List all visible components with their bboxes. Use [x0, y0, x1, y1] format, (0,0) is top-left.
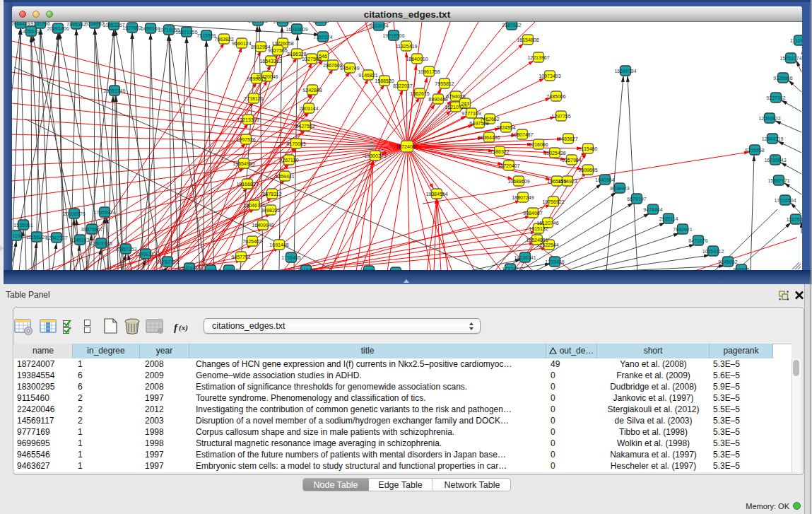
svg-text:16033809: 16033809: [286, 27, 307, 32]
svg-text:6216066: 6216066: [529, 142, 548, 147]
svg-text:2935114: 2935114: [659, 216, 678, 221]
svg-text:10958117: 10958117: [135, 252, 157, 257]
svg-text:16524861: 16524861: [526, 238, 548, 243]
svg-text:18640910: 18640910: [406, 57, 428, 62]
svg-text:9660124: 9660124: [232, 41, 251, 46]
svg-text:2522544: 2522544: [539, 243, 558, 247]
svg-text:1232345: 1232345: [219, 268, 238, 271]
svg-text:12213369: 12213369: [237, 117, 259, 122]
svg-text:16671355: 16671355: [175, 30, 197, 35]
svg-text:3498222: 3498222: [261, 208, 280, 213]
svg-text:16120746: 16120746: [536, 221, 558, 226]
svg-text:18724007: 18724007: [396, 144, 418, 149]
svg-text:16046736: 16046736: [243, 203, 265, 208]
svg-text:17359924: 17359924: [93, 210, 115, 215]
svg-text:10653267: 10653267: [102, 23, 124, 28]
svg-text:9463627: 9463627: [558, 136, 577, 141]
svg-text:4170063: 4170063: [286, 141, 305, 146]
svg-text:9267130: 9267130: [279, 158, 298, 163]
svg-text:9327505: 9327505: [268, 48, 287, 53]
svg-text:9474444: 9474444: [643, 207, 662, 212]
svg-text:19756922: 19756922: [542, 199, 564, 204]
svg-text:20364436: 20364436: [478, 135, 500, 140]
svg-text:3824554: 3824554: [496, 125, 515, 130]
svg-text:2053783: 2053783: [248, 22, 267, 23]
svg-text:2664439: 2664439: [12, 22, 30, 26]
svg-text:8878312: 8878312: [262, 192, 281, 197]
svg-text:8471676: 8471676: [688, 238, 707, 243]
svg-text:12323448: 12323448: [178, 266, 200, 271]
svg-text:173342: 173342: [502, 267, 518, 271]
svg-text:1640954: 1640954: [595, 177, 614, 182]
svg-text:10973493: 10973493: [539, 74, 560, 78]
svg-text:9777169: 9777169: [461, 111, 481, 116]
svg-text:2803144: 2803144: [299, 106, 318, 111]
svg-text:15692971: 15692971: [767, 178, 789, 183]
svg-text:1112434: 1112434: [790, 38, 802, 43]
svg-text:1232344: 1232344: [201, 268, 220, 271]
svg-text:95130: 95130: [362, 269, 376, 271]
svg-text:7357224: 7357224: [313, 35, 332, 40]
svg-text:20691406: 20691406: [47, 26, 69, 31]
svg-text:1535061: 1535061: [13, 223, 33, 228]
svg-text:19384554: 19384554: [425, 192, 447, 197]
svg-text:12213967: 12213967: [527, 55, 549, 60]
svg-text:1167535: 1167535: [787, 217, 802, 222]
svg-text:8990448: 8990448: [428, 97, 447, 102]
svg-text:12444119: 12444119: [762, 136, 784, 141]
svg-text:19166827: 19166827: [236, 182, 258, 187]
svg-text:19654985: 19654985: [233, 161, 254, 166]
svg-text:17957253: 17957253: [114, 247, 136, 252]
svg-text:8938923: 8938923: [610, 186, 629, 191]
svg-text:243: 243: [461, 101, 469, 106]
svg-text:f: f: [174, 322, 179, 333]
svg-text:1527602: 1527602: [122, 25, 141, 30]
svg-text:12342737: 12342737: [45, 235, 67, 240]
svg-text:1554923: 1554923: [558, 179, 577, 184]
svg-text:15720407: 15720407: [498, 163, 519, 168]
svg-text:7632621: 7632621: [673, 227, 692, 232]
svg-text:20206576: 20206576: [63, 211, 85, 216]
svg-text:30975867: 30975867: [81, 227, 102, 232]
svg-text:16154808: 16154808: [517, 37, 539, 42]
svg-text:7895332: 7895332: [66, 22, 86, 27]
svg-text:10654112: 10654112: [702, 249, 724, 254]
svg-text:8454749: 8454749: [340, 66, 359, 71]
svg-text:26053346: 26053346: [103, 88, 125, 93]
svg-text:9146821: 9146821: [358, 73, 377, 78]
svg-text:9357984: 9357984: [562, 158, 581, 163]
svg-text:9699695: 9699695: [578, 168, 597, 173]
svg-text:18807249: 18807249: [512, 195, 534, 200]
svg-text:10025438: 10025438: [543, 151, 565, 156]
svg-text:7515526: 7515526: [196, 33, 216, 38]
svg-text:16648784: 16648784: [614, 69, 636, 74]
svg-text:12093822: 12093822: [758, 116, 780, 121]
svg-text:8215958: 8215958: [745, 148, 764, 153]
svg-text:6679197: 6679197: [627, 197, 646, 201]
svg-text:16210643: 16210643: [764, 158, 786, 163]
svg-text:2087682: 2087682: [502, 23, 521, 28]
svg-text:9227342: 9227342: [766, 95, 785, 100]
svg-text:(x): (x): [179, 323, 188, 332]
svg-text:86110: 86110: [389, 270, 403, 271]
svg-text:881305: 881305: [312, 22, 329, 23]
svg-text:9242848: 9242848: [302, 88, 322, 93]
svg-text:1362615: 1362615: [410, 91, 429, 96]
svg-text:1145193: 1145193: [71, 238, 90, 243]
svg-text:546: 546: [319, 54, 327, 59]
svg-text:7625402: 7625402: [242, 239, 261, 244]
svg-text:7485006: 7485006: [546, 94, 565, 99]
svg-text:9899619: 9899619: [247, 76, 266, 81]
svg-text:8186328: 8186328: [287, 52, 306, 57]
svg-text:9115460: 9115460: [579, 146, 598, 151]
svg-text:16782759: 16782759: [156, 259, 178, 264]
svg-text:17016504: 17016504: [774, 198, 796, 203]
svg-text:1716485: 1716485: [281, 255, 300, 260]
svg-text:13226058: 13226058: [271, 41, 293, 46]
svg-text:1691448: 1691448: [269, 243, 288, 247]
svg-text:16543362: 16543362: [259, 59, 281, 64]
svg-text:10961758: 10961758: [418, 69, 440, 74]
svg-text:7663822: 7663822: [214, 37, 233, 42]
svg-text:1297755: 1297755: [551, 114, 570, 119]
svg-text:11156829: 11156829: [26, 235, 47, 240]
